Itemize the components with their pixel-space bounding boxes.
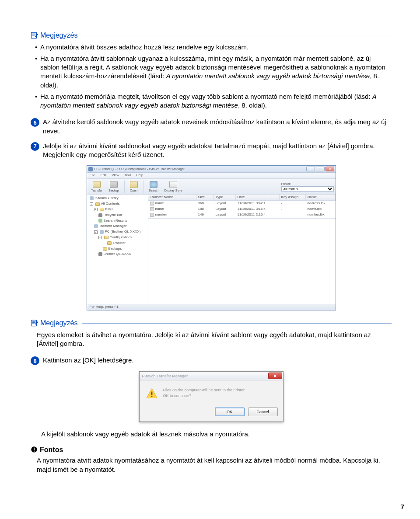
- tree-configurations[interactable]: -Configurations: [87, 235, 148, 240]
- tree-filter[interactable]: +Filter: [87, 207, 148, 212]
- tree-device[interactable]: Brother QL-XXXX: [87, 251, 148, 257]
- search-icon: [150, 181, 158, 188]
- col-key[interactable]: Key Assign: [280, 195, 306, 200]
- svg-rect-8: [151, 392, 152, 395]
- expand-icon[interactable]: -: [90, 202, 93, 206]
- note-title: Megjegyzés: [40, 318, 77, 328]
- toolbar-open-button[interactable]: Open: [127, 180, 140, 193]
- step-8-text: Kattintson az [OK] lehetőségre.: [43, 356, 392, 365]
- svg-rect-0: [32, 32, 37, 38]
- tree-root[interactable]: P-touch Library: [87, 195, 148, 201]
- col-size[interactable]: Size: [196, 195, 214, 200]
- open-icon: [130, 181, 138, 188]
- note2-text: Egyes elemeket is átvihet a nyomtatóra. …: [31, 331, 392, 348]
- toolbar-transfer-button[interactable]: Transfer: [89, 180, 105, 193]
- cancel-button[interactable]: Cancel: [248, 408, 278, 416]
- transfer-mgr-icon: [94, 224, 98, 228]
- display-style-icon: [169, 181, 177, 188]
- important-title: Fontos: [40, 445, 63, 455]
- expand-icon[interactable]: +: [94, 208, 98, 211]
- expand-icon[interactable]: -: [94, 230, 98, 234]
- folder-icon: [95, 202, 100, 206]
- search-results-icon: [98, 219, 102, 223]
- tree-all-contents[interactable]: -All Contents: [87, 201, 148, 207]
- folder-icon: [104, 236, 108, 239]
- note-title: Megjegyzés: [40, 31, 77, 40]
- step-8: 8 Kattintson az [OK] lehetőségre.: [31, 356, 392, 365]
- app-screenshot: PC (Brother QL-XXXX) Configurations - P-…: [31, 165, 392, 310]
- col-type[interactable]: Type: [214, 195, 236, 200]
- menu-edit[interactable]: Edit: [100, 173, 106, 178]
- list-header: Transfer Name Size Type Date Key Assign …: [148, 195, 336, 201]
- menu-view[interactable]: View: [112, 173, 119, 178]
- recycle-icon: [98, 213, 102, 217]
- svg-rect-11: [34, 448, 35, 450]
- maximize-button[interactable]: □: [316, 167, 325, 171]
- step-6-text: Az átvitelre kerülő sablonok vagy egyéb …: [43, 118, 392, 136]
- note1-bullet-1: Ha a nyomtatóra átvitt sablonnak ugyanaz…: [37, 54, 392, 90]
- pc-icon: [100, 230, 104, 234]
- tree-recycle-bin[interactable]: Recycle Bin: [87, 212, 148, 218]
- dialog-message: Files on the computer will be sent to th…: [163, 387, 246, 400]
- col-transfer-name[interactable]: Transfer Name: [148, 195, 196, 200]
- step-8-number: 8: [31, 356, 39, 365]
- col-name[interactable]: Name: [306, 195, 336, 200]
- status-text: For Help, press F1: [90, 305, 119, 309]
- important-text: A nyomtatóra átvitt adatok nyomtatásához…: [31, 456, 392, 474]
- col-date[interactable]: Date: [236, 195, 280, 200]
- important-header: Fontos: [31, 445, 392, 455]
- step-7-text: Jelölje ki az átvinni kívánt sablonokat …: [43, 142, 392, 160]
- titlebar: PC (Brother QL-XXXX) Configurations - P-…: [87, 166, 336, 173]
- tree-backups[interactable]: Backups: [87, 246, 148, 252]
- svg-rect-4: [32, 320, 37, 326]
- transfer-icon: [93, 181, 101, 188]
- table-row[interactable]: name188Layout11/10/2011 3:16:4...-name.l…: [148, 206, 336, 212]
- tree-pc-node[interactable]: -PC (Brother QL-XXXX): [87, 229, 148, 235]
- separator: [143, 181, 144, 193]
- note-header: Megjegyzés: [31, 318, 392, 328]
- confirm-dialog: P-touch Transfer Manager ✕ Files on the …: [139, 371, 284, 422]
- minimize-button[interactable]: ─: [306, 167, 315, 171]
- note-header: Megjegyzés: [31, 31, 392, 40]
- app-icon: [88, 167, 93, 171]
- tree-transfer-manager[interactable]: Transfer Manager: [87, 223, 148, 229]
- dialog-title: P-touch Transfer Manager: [142, 373, 188, 379]
- tree-transfer-folder[interactable]: Transfer: [87, 240, 148, 246]
- layout-icon: [150, 213, 154, 217]
- printer-select[interactable]: All Printers: [281, 186, 334, 192]
- warning-icon: [146, 387, 158, 400]
- close-button[interactable]: ✕: [326, 167, 334, 171]
- note1-bullets: A nyomtatóra átvitt összes adathoz hozzá…: [31, 43, 392, 110]
- menu-help[interactable]: Help: [136, 173, 143, 178]
- toolbar: Transfer Backup Open Search Display Styl…: [87, 179, 336, 195]
- step-6: 6 Az átvitelre kerülő sablonok vagy egyé…: [31, 118, 392, 136]
- table-row[interactable]: number146Layout11/10/2011 3:16:4...-numb…: [148, 212, 336, 218]
- toolbar-display-style-button[interactable]: Display Style: [162, 180, 185, 193]
- toolbar-search-button[interactable]: Search: [146, 180, 161, 193]
- ok-button[interactable]: OK: [215, 408, 245, 416]
- menu-tool[interactable]: Tool: [124, 173, 131, 178]
- folder-icon: [103, 247, 107, 251]
- pencil-note-icon: [31, 319, 38, 327]
- note1-bullet-0: A nyomtatóra átvitt összes adathoz hozzá…: [37, 43, 392, 52]
- tree-pane: P-touch Library -All Contents +Filter Re…: [87, 195, 148, 304]
- window-title: PC (Brother QL-XXXX) Configurations - P-…: [94, 167, 185, 171]
- dialog-titlebar: P-touch Transfer Manager ✕: [140, 372, 283, 380]
- layout-icon: [150, 207, 154, 211]
- tree-search-results[interactable]: Search Results: [87, 218, 148, 224]
- menu-file[interactable]: File: [90, 173, 95, 178]
- after-dialog-text: A kijelölt sablonok vagy egyéb adatok át…: [31, 430, 392, 439]
- statusbar: For Help, press F1: [87, 304, 336, 310]
- expand-icon[interactable]: -: [98, 236, 102, 239]
- folder-icon: [100, 208, 104, 211]
- step-6-number: 6: [31, 118, 39, 127]
- pencil-note-icon: [31, 31, 38, 39]
- menubar: File Edit View Tool Help: [87, 173, 336, 179]
- step-7: 7 Jelölje ki az átvinni kívánt sablonoka…: [31, 142, 392, 160]
- dialog-close-button[interactable]: ✕: [268, 373, 282, 379]
- table-row[interactable]: name368Layout11/10/2011 3:42:1...-addres…: [148, 201, 336, 206]
- note1-bullet-2: Ha a nyomtató memóriája megtelt, távolít…: [37, 92, 392, 110]
- toolbar-backup-button[interactable]: Backup: [106, 180, 121, 193]
- list-pane: Transfer Name Size Type Date Key Assign …: [148, 195, 336, 304]
- svg-rect-9: [151, 396, 152, 397]
